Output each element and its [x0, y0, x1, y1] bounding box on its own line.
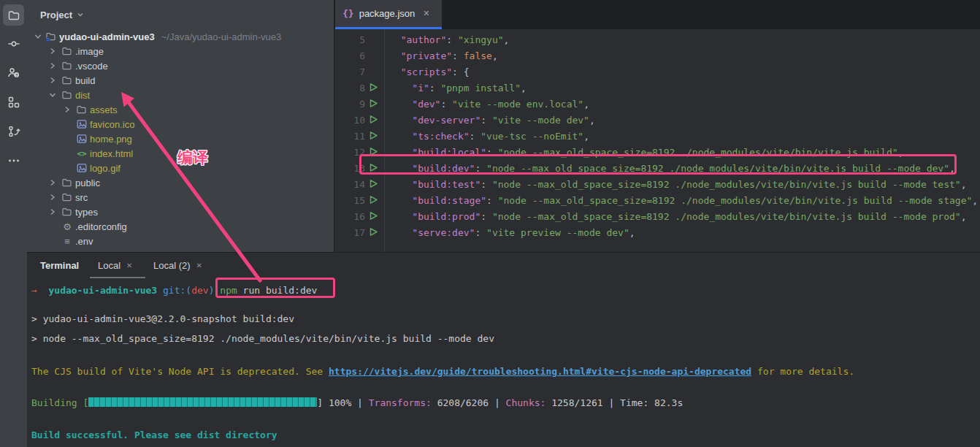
chevron-right-icon[interactable] — [48, 193, 57, 202]
code-line-15[interactable]: 15 "build:stage": "node --max_old_space_… — [334, 193, 980, 209]
stripe-commit-icon[interactable] — [3, 33, 24, 54]
close-icon[interactable]: ✕ — [196, 261, 202, 270]
annotation-label-compile: 编译 — [177, 148, 208, 168]
code-line-10[interactable]: 10 "dev-server": "vite --mode dev", — [334, 112, 980, 129]
tree-item-build[interactable]: build — [27, 73, 334, 88]
run-script-icon[interactable] — [365, 145, 381, 161]
stripe-project-folder-icon[interactable] — [3, 4, 24, 26]
tree-item--editorconfig[interactable]: ⚙.editorconfig — [27, 219, 334, 234]
code-line-5[interactable]: 5 "author": "xingyu", — [334, 32, 980, 48]
gutter-separator — [384, 29, 385, 252]
code-line-16[interactable]: 16 "build:prod": "node --max_old_space_s… — [334, 209, 980, 225]
tree-item-label: types — [75, 207, 98, 218]
chevron-right-icon[interactable] — [48, 207, 57, 216]
list-icon: ≡ — [61, 235, 73, 247]
code-text: "dev": "vite --mode env.local", — [389, 96, 589, 112]
terminal-tab-local-2[interactable]: Local (2) ✕ — [153, 260, 202, 271]
code-text: "build:local": "node --max_old_space_siz… — [389, 145, 903, 161]
tree-item-label: .env — [75, 236, 93, 247]
code-line-11[interactable]: 11 "ts:check": "vue-tsc --noEmit", — [334, 129, 980, 145]
line-number: 11 — [334, 129, 365, 145]
stripe-structure-icon[interactable] — [3, 91, 24, 112]
tab-package-json[interactable]: {} package.json ✕ — [335, 0, 442, 29]
run-script-icon[interactable] — [365, 177, 381, 193]
run-script-icon[interactable] — [365, 193, 381, 209]
tree-item--image[interactable]: .image — [27, 44, 334, 58]
project-view-selector[interactable]: Project — [40, 7, 84, 22]
run-script-icon[interactable] — [365, 129, 381, 145]
tree-item-dist[interactable]: dist — [27, 88, 334, 102]
code-text: "ts:check": "vue-tsc --noEmit", — [389, 129, 589, 145]
code-text: "build:stage": "node --max_old_space_siz… — [389, 193, 978, 209]
close-icon[interactable]: ✕ — [126, 261, 132, 270]
run-script-icon[interactable] — [365, 209, 381, 225]
code-text: "build:test": "node --max_old_space_size… — [389, 177, 967, 193]
tree-item-label: .vscode — [75, 61, 108, 72]
chevron-right-icon[interactable] — [48, 61, 57, 70]
chevron-right-icon[interactable] — [48, 76, 57, 85]
tree-item-label: index.html — [90, 148, 133, 159]
tree-item-src[interactable]: src — [27, 190, 334, 205]
chevron-right-icon[interactable] — [63, 105, 72, 114]
chevron-down-icon — [77, 11, 84, 18]
tree-item-types[interactable]: types — [27, 205, 334, 219]
stripe-users-help-icon[interactable]: ? — [3, 62, 24, 83]
code-text: "build:prod": "node --max_old_space_size… — [389, 209, 967, 225]
image-icon — [76, 118, 88, 130]
line-number: 15 — [334, 193, 365, 209]
tree-item-label: .editorconfig — [75, 221, 127, 232]
tree-item-label: logo.gif — [90, 163, 120, 174]
code-line-6[interactable]: 6 "private": false, — [334, 48, 980, 64]
tree-item-yudao-ui-admin-vue3[interactable]: yudao-ui-admin-vue3~/Java/yudao-ui-admin… — [27, 29, 334, 44]
chevron-down-icon[interactable] — [48, 91, 57, 99]
terminal-output[interactable]: → yudao-ui-admin-vue3 git:(dev) npm run … — [27, 279, 980, 447]
run-script-icon[interactable] — [365, 112, 381, 129]
project-panel: Project yudao-ui-admin-vue3~/Java/yudao-… — [27, 0, 334, 252]
terminal-line-5: Build successful. Please see dist direct… — [31, 429, 277, 442]
html-icon: <> — [76, 148, 88, 159]
code-line-7[interactable]: 7 "scripts": { — [334, 64, 980, 80]
folder-icon — [61, 89, 73, 101]
tree-item-label: .image — [75, 46, 104, 57]
chevron-right-icon[interactable] — [48, 178, 57, 187]
tree-item--env[interactable]: ≡.env — [27, 234, 334, 248]
stripe-more-icon[interactable] — [3, 150, 24, 171]
code-line-14[interactable]: 14 "build:test": "node --max_old_space_s… — [334, 177, 980, 193]
active-tab-underline — [90, 277, 145, 278]
code-line-13[interactable]: 13 "build:dev": "node --max_old_space_si… — [334, 161, 980, 177]
terminal-header: Terminal Local ✕ Local (2) ✕ — [27, 253, 980, 279]
line-number: 17 — [334, 225, 365, 241]
terminal-tab-label: Local — [98, 260, 120, 271]
run-script-icon[interactable] — [365, 161, 381, 177]
tree-item-label: build — [75, 75, 95, 86]
line-number: 5 — [334, 32, 365, 48]
run-script-icon[interactable] — [365, 80, 381, 96]
project-header-label: Project — [40, 9, 72, 20]
tree-item-assets[interactable]: assets — [27, 102, 334, 117]
tab-title: package.json — [359, 8, 416, 19]
tree-item-public[interactable]: public — [27, 175, 334, 190]
stripe-git-branches-icon[interactable] — [3, 121, 24, 142]
tab-close-icon[interactable]: ✕ — [423, 9, 429, 18]
run-script-icon[interactable] — [365, 225, 381, 241]
terminal-tab-local[interactable]: Local ✕ — [98, 260, 132, 271]
code-text: "private": false, — [389, 48, 498, 64]
line-number: 6 — [334, 48, 365, 64]
code-editor[interactable]: 5 "author": "xingyu",6 "private": false,… — [334, 29, 980, 252]
run-script-icon[interactable] — [365, 96, 381, 112]
tree-item-favicon-ico[interactable]: favicon.ico — [27, 117, 334, 131]
folder-icon — [76, 104, 88, 115]
code-line-8[interactable]: 8 "i": "pnpm install", — [334, 80, 980, 96]
chevron-right-icon[interactable] — [48, 47, 57, 56]
code-text: "i": "pnpm install", — [389, 80, 527, 96]
tree-item-home-png[interactable]: home.png — [27, 131, 334, 146]
tree-item--vscode[interactable]: .vscode — [27, 58, 334, 73]
vite-troubleshooting-link[interactable]: https://vitejs.dev/guide/troubleshooting… — [329, 366, 751, 377]
tree-item-label: favicon.ico — [90, 119, 134, 130]
code-line-9[interactable]: 9 "dev": "vite --mode env.local", — [334, 96, 980, 112]
code-line-12[interactable]: 12 "build:local": "node --max_old_space_… — [334, 145, 980, 161]
code-line-17[interactable]: 17 "serve:dev": "vite preview --mode dev… — [334, 225, 980, 241]
chevron-down-icon[interactable] — [34, 32, 42, 41]
folder-icon — [61, 177, 73, 188]
tree-item-label: assets — [90, 104, 118, 115]
